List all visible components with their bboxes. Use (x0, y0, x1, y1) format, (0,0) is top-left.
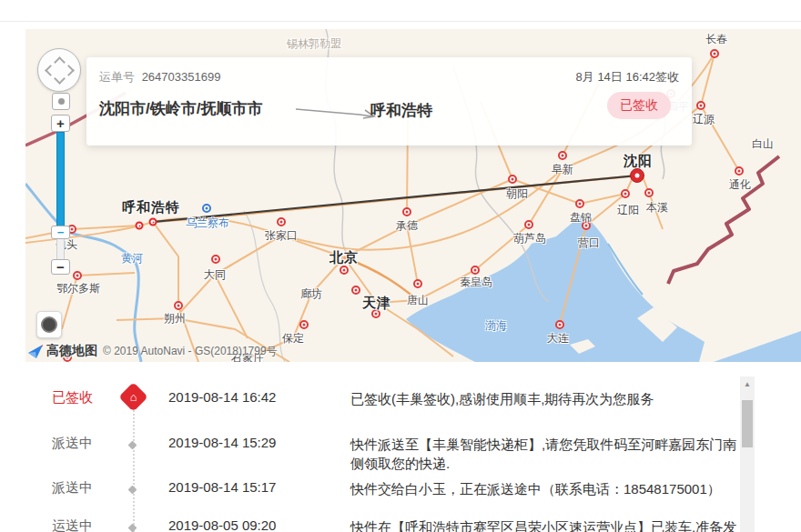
origin-city: 沈阳市/铁岭市/抚顺市市 (99, 95, 286, 122)
circle-icon (41, 316, 57, 333)
page-divider (0, 21, 801, 22)
amap-logo-icon (27, 344, 44, 359)
map-city-label: 阜新 (552, 162, 573, 177)
map-city-label: 保定 (282, 331, 304, 346)
city-marker-icon (621, 189, 630, 198)
status-badge: 已签收 (607, 92, 671, 119)
scrollbar-thumb[interactable] (742, 400, 753, 447)
pan-right-icon[interactable] (63, 65, 75, 76)
map-pan-control[interactable] (37, 48, 81, 92)
timeline-time: 2019-08-14 16:42 (168, 389, 341, 405)
pan-left-icon[interactable] (45, 65, 56, 76)
map-city-label: 辽源 (693, 112, 715, 127)
city-marker-icon (735, 166, 744, 176)
city-marker-icon (644, 188, 654, 197)
map-city-label: 廊坊 (300, 286, 322, 302)
city-marker-icon (211, 255, 220, 264)
timeline-time: 2019-08-14 15:29 (168, 435, 341, 450)
map-city-label: 呼和浩特 (122, 199, 180, 216)
timeline-status: 派送中 (52, 479, 125, 497)
map-city-label: 沈阳 (624, 153, 653, 170)
scroll-up-icon[interactable]: ▲ (740, 380, 755, 388)
timeline-time: 2019-08-05 09:20 (168, 517, 341, 532)
timeline-status: 派送中 (52, 435, 125, 452)
city-marker-icon (575, 199, 584, 208)
zoom-slider-fill (56, 132, 65, 227)
zoom-out-button[interactable]: − (51, 259, 70, 275)
pan-up-icon[interactable] (54, 56, 66, 68)
map-brand: 高德地图 (46, 343, 97, 359)
map-city-label: 承德 (396, 218, 418, 234)
timeline-description: 快件交给白小玉，正在派送途中（联系电话：18548175001） (350, 479, 740, 498)
city-marker-icon (555, 320, 564, 329)
timeline-node-icon (128, 441, 137, 450)
destination-pin-icon (630, 168, 644, 183)
city-marker-icon (710, 49, 719, 58)
map-city-label: 盘锦 (570, 210, 592, 226)
waybill-number: 264703351699 (142, 70, 221, 84)
waybill-number-row: 运单号 264703351699 (99, 69, 220, 85)
city-marker-icon (340, 266, 349, 275)
timeline-connector (133, 406, 135, 532)
city-marker-icon (351, 286, 360, 295)
delivered-home-icon: ⌂ (118, 382, 148, 412)
map-city-label: 辽阳 (617, 203, 639, 218)
city-marker-icon (277, 217, 286, 226)
city-marker-icon (202, 204, 211, 213)
city-marker-icon (696, 101, 705, 110)
map-city-label: 锡林郭勒盟 (287, 36, 341, 52)
timeline-description: 已签收(丰巢签收),感谢使用顺丰,期待再次为您服务 (350, 389, 740, 408)
map-city-label: 大同 (204, 267, 226, 283)
map-city-label: 鄂尔多斯 (56, 281, 100, 296)
city-marker-icon (73, 271, 82, 280)
map-city-label: 通化 (729, 177, 751, 193)
map-city-label: 长春 (705, 32, 727, 47)
map-recenter-button[interactable] (52, 93, 70, 110)
city-marker-icon (558, 151, 567, 160)
map-city-label: 葫芦岛 (513, 231, 546, 246)
pan-down-icon[interactable] (54, 73, 66, 85)
timeline-time: 2019-08-14 15:17 (168, 479, 341, 495)
map-city-label: 渤海 (485, 318, 507, 334)
map-city-label: 北京 (330, 249, 359, 266)
map-city-label: 黄河 (121, 251, 143, 266)
waybill-card: 运单号 264703351699 8月 14日 16:42签收 沈阳市/铁岭市/… (86, 57, 692, 146)
map-city-label: 乌兰察布 (186, 216, 229, 231)
destination-city: 呼和浩特 (370, 100, 432, 121)
timeline-description: 快件在【呼和浩特市赛罕区昌荣小区速运营业点】已装车,准备发往下 (350, 517, 740, 532)
city-marker-icon (524, 220, 533, 229)
timeline-status: 运送中 (52, 517, 125, 532)
zoom-slider-handle[interactable]: − (51, 226, 70, 239)
map-city-label: 秦皇岛 (460, 275, 492, 290)
map-city-label: 营口 (578, 236, 600, 251)
map-city-label: 张家口 (265, 228, 298, 244)
tracking-timeline[interactable]: 已签收 ⌂ 2019-08-14 16:42 已签收(丰巢签收),感谢使用顺丰,… (0, 375, 740, 532)
map-city-label: 白山 (752, 136, 774, 152)
map-city-label: 朔州 (164, 311, 186, 326)
timeline-node-icon (128, 486, 137, 495)
city-marker-icon (299, 320, 309, 329)
delivered-time: 8月 14日 16:42签收 (576, 69, 679, 85)
city-marker-icon (149, 218, 157, 226)
map-city-label: 本溪 (646, 200, 668, 216)
dot-icon (58, 98, 65, 105)
waybill-label: 运单号 (99, 70, 135, 84)
city-marker-icon (174, 301, 183, 310)
timeline-status: 已签收 (52, 389, 125, 407)
city-marker-icon (471, 266, 480, 275)
map-city-label: 大连 (547, 331, 569, 346)
map-city-label: 朝阳 (506, 186, 528, 202)
map-city-label: 天津 (362, 295, 391, 312)
map-layers-button[interactable] (36, 311, 62, 338)
city-marker-icon (508, 175, 517, 184)
city-marker-icon (136, 222, 144, 230)
timeline-description: 快件派送至【丰巢智能快递柜】,请您凭取件码至河畔嘉园东门南侧领取您的快递. (350, 435, 740, 473)
route-arrow-icon (294, 105, 378, 121)
map-attribution: © 2019 AutoNavi - GS(2018)1799号 (103, 344, 278, 359)
city-marker-icon (402, 207, 411, 216)
zoom-in-button[interactable]: + (51, 115, 70, 132)
city-marker-icon (413, 279, 422, 288)
map-city-label: 唐山 (407, 293, 429, 308)
timeline-node-icon (128, 524, 137, 532)
timeline-scrollbar[interactable]: ▲ (740, 376, 755, 532)
